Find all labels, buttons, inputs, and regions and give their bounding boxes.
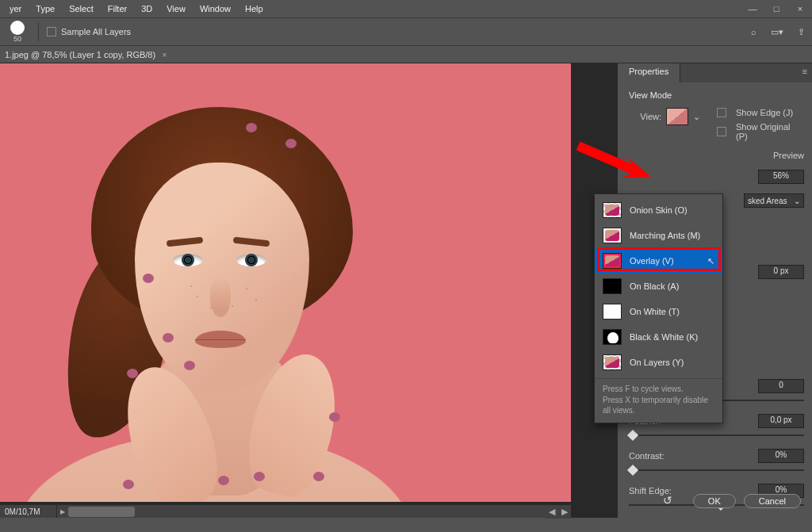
show-original-checkbox[interactable]: [717, 127, 726, 136]
view-mode-heading: View Mode: [629, 90, 804, 100]
view-item-label: On White (T): [630, 307, 680, 316]
canvas[interactable]: [0, 63, 571, 502]
view-item-label: Onion Skin (O): [630, 205, 688, 215]
view-item-on-black[interactable]: On Black (A): [595, 274, 722, 299]
view-thumbnail[interactable]: [666, 108, 688, 125]
menu-3d[interactable]: 3D: [135, 2, 159, 16]
view-mode-dropdown: Onion Skin (O) Marching Ants (M) Overlay…: [594, 193, 723, 423]
window-controls: — □ ×: [741, 0, 812, 17]
onion-skin-icon: [603, 202, 622, 218]
menu-type[interactable]: Type: [29, 2, 61, 16]
show-edge-checkbox[interactable]: [717, 108, 726, 117]
maximize-button[interactable]: □: [764, 0, 788, 17]
on-black-icon: [603, 278, 622, 294]
scroll-left-icon[interactable]: ◀: [546, 505, 558, 519]
show-original-label: Show Original (P): [736, 122, 804, 141]
separator: [38, 22, 39, 41]
options-bar: 50 Sample All Layers ⌕ ▭▾ ⇪: [0, 17, 812, 46]
menu-select[interactable]: Select: [63, 2, 100, 16]
document-info[interactable]: 0M/10,7M: [0, 505, 57, 518]
search-icon[interactable]: ⌕: [747, 25, 760, 38]
overlay-icon: [603, 253, 622, 269]
view-item-label: Overlay (V): [630, 256, 674, 266]
view-item-label: On Layers (Y): [630, 358, 684, 367]
transparency-input[interactable]: 56%: [758, 170, 804, 184]
panel-tabstrip: Properties: [618, 63, 812, 82]
share-icon[interactable]: ⇪: [795, 25, 807, 38]
status-bar: 0M/10,7M ▶ ◀ ▶: [0, 504, 571, 518]
workspace-switcher-icon[interactable]: ▭▾: [771, 25, 783, 38]
brush-preview[interactable]: 50: [5, 21, 30, 43]
menu-window[interactable]: Window: [193, 2, 237, 16]
reset-icon[interactable]: ↺: [663, 494, 680, 508]
close-tab-icon[interactable]: ×: [162, 50, 167, 59]
close-button[interactable]: ×: [788, 0, 812, 17]
brush-shape-icon: [10, 21, 25, 35]
preview-label: Preview: [773, 151, 804, 160]
smooth-input[interactable]: 0: [758, 379, 804, 393]
document-title: 1.jpeg @ 78,5% (Layer 1 copy, RGB/8): [5, 50, 155, 59]
radius-input[interactable]: 0 px: [758, 265, 804, 279]
view-item-label: Marching Ants (M): [630, 231, 700, 240]
cursor-icon: ↖: [707, 256, 714, 266]
contrast-slider[interactable]: [629, 466, 804, 474]
menu-bar: yer Type Select Filter 3D View Window He…: [0, 0, 812, 17]
menu-view[interactable]: View: [160, 2, 192, 16]
panel-menu-icon[interactable]: ≡: [802, 67, 807, 76]
cancel-button[interactable]: Cancel: [744, 494, 801, 508]
brush-size-label: 50: [13, 35, 21, 43]
marching-ants-icon: [603, 228, 622, 243]
black-white-icon: [603, 329, 622, 345]
workspace: 0M/10,7M ▶ ◀ ▶ Properties ≡ View Mode Vi…: [0, 63, 812, 518]
view-item-marching-ants[interactable]: Marching Ants (M): [595, 223, 722, 248]
view-item-black-white[interactable]: Black & White (K): [595, 324, 722, 350]
info-arrow-icon[interactable]: ▶: [57, 508, 68, 515]
indicates-dropdown[interactable]: sked Areas ⌄: [744, 193, 804, 208]
view-item-on-white[interactable]: On White (T): [595, 299, 722, 324]
document-tab[interactable]: 1.jpeg @ 78,5% (Layer 1 copy, RGB/8) ×: [0, 46, 812, 63]
tab-properties[interactable]: Properties: [618, 63, 680, 82]
view-item-onion-skin[interactable]: Onion Skin (O): [595, 197, 722, 223]
sample-all-layers-label: Sample All Layers: [61, 27, 131, 36]
menu-filter[interactable]: Filter: [102, 2, 133, 16]
view-item-label: Black & White (K): [630, 332, 698, 342]
menu-layer[interactable]: yer: [3, 2, 28, 16]
sample-all-layers-checkbox[interactable]: [47, 27, 56, 36]
feather-slider[interactable]: [629, 431, 804, 439]
scroll-right-icon[interactable]: ▶: [558, 505, 571, 519]
view-item-overlay[interactable]: Overlay (V) ↖: [595, 248, 722, 274]
chevron-down-icon: ⌄: [794, 197, 800, 205]
view-item-on-layers[interactable]: On Layers (Y): [595, 350, 722, 375]
view-dropdown-icon[interactable]: ⌄: [693, 112, 701, 122]
on-layers-icon: [603, 354, 622, 370]
contrast-label: Contrast:: [629, 451, 752, 461]
view-label: View:: [629, 112, 661, 121]
feather-input[interactable]: 0,0 px: [758, 414, 804, 428]
on-white-icon: [603, 304, 622, 320]
minimize-button[interactable]: —: [741, 0, 764, 17]
scrollbar-thumb[interactable]: [68, 507, 135, 517]
horizontal-scrollbar[interactable]: [68, 507, 546, 517]
show-edge-label: Show Edge (J): [736, 108, 793, 117]
menu-help[interactable]: Help: [239, 2, 270, 16]
view-item-label: On Black (A): [630, 281, 679, 291]
contrast-input[interactable]: 0%: [758, 449, 804, 463]
view-menu-hint: Press F to cycle views. Press X to tempo…: [595, 378, 722, 423]
ok-button[interactable]: OK: [693, 494, 736, 508]
portrait-image: [48, 99, 460, 502]
